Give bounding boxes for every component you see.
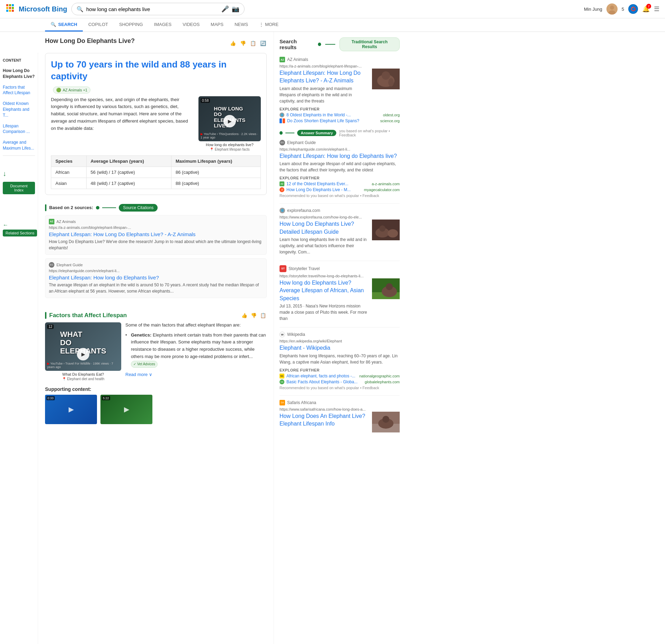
explore-link-text-1-1[interactable]: 8 Oldest Elephants in the World -... bbox=[286, 113, 381, 117]
lifespan-table: Species Average Lifespan (years) Maximum… bbox=[51, 155, 261, 189]
explore-link-5-1: NG African elephant, facts and photos -.… bbox=[280, 374, 400, 378]
svg-point-16 bbox=[388, 78, 394, 87]
search-input[interactable] bbox=[86, 6, 219, 12]
tab-search[interactable]: 🔍 SEARCH bbox=[45, 18, 83, 32]
bing-logo[interactable]: Microsoft Bing bbox=[6, 3, 67, 15]
read-more-button[interactable]: Read more ∨ bbox=[125, 372, 267, 377]
user-avatar[interactable] bbox=[606, 3, 618, 15]
result-text-3: How Long Do Elephants Live? Detailed Lif… bbox=[280, 220, 369, 255]
left-sidebar: Content How Long Do Elephants Live? Fact… bbox=[0, 53, 38, 644]
factors-copy[interactable]: 📋 bbox=[259, 312, 267, 319]
result-title-1[interactable]: Elephant Lifespan: How Long Do Elephants… bbox=[280, 69, 369, 85]
citations-label: Based on 2 sources: bbox=[49, 205, 93, 210]
supporting-content-section: Supporting content: 0:33 ▶ 5:22 ▶ bbox=[45, 386, 267, 424]
tab-news[interactable]: NEWS bbox=[229, 18, 254, 32]
svg-rect-8 bbox=[9, 10, 11, 12]
refresh-button[interactable]: 🔄 bbox=[259, 40, 267, 47]
result-title-4[interactable]: How long do Elephants Live? Average Life… bbox=[280, 279, 369, 302]
explore-further-label-2: EXPLORE FURTHER bbox=[280, 176, 400, 180]
search-bar[interactable]: 🔍 🎤 📷 bbox=[71, 3, 245, 15]
source-badge-az[interactable]: 🟢 AZ Animals +1 bbox=[53, 87, 90, 93]
result-source-2: EG Elephant Guide bbox=[280, 140, 400, 145]
more-dots-icon: ⋮ bbox=[259, 22, 264, 27]
answer-video-thumbnail[interactable]: 0:58 HOW LONGDOELEPHANTSLIVE? ▶ ▶ YouTub… bbox=[198, 96, 261, 141]
az-favicon-1: AZ bbox=[49, 219, 54, 224]
notifications-icon[interactable]: 🔔 2 bbox=[642, 5, 650, 13]
asian-average: 48 (wild) / 17 (captive) bbox=[86, 178, 171, 189]
supporting-thumb-image-2[interactable]: 5:22 ▶ bbox=[100, 395, 152, 424]
notification-badge: 2 bbox=[646, 4, 651, 9]
tab-maps[interactable]: MAPS bbox=[205, 18, 229, 32]
tab-more[interactable]: ⋮ MORE bbox=[254, 18, 284, 32]
camera-icon[interactable]: 📷 bbox=[232, 5, 239, 13]
sidebar-item-factors[interactable]: Factors that Affect Lifespan bbox=[3, 83, 35, 98]
result-title-2[interactable]: Elephant Lifespan: How long do Elephants… bbox=[280, 152, 400, 160]
video-duration: 0:58 bbox=[201, 98, 210, 103]
sidebar-arrow-icon: ↓ bbox=[3, 170, 35, 178]
source-citations-button[interactable]: Source Citations bbox=[119, 204, 158, 212]
citation-domain-1: AZ AZ Animals bbox=[49, 219, 263, 224]
doc-index-area: ↓ Document Index bbox=[3, 170, 35, 194]
eg-favicon-r2: EG bbox=[280, 140, 285, 145]
tab-shopping[interactable]: SHOPPING bbox=[114, 18, 149, 32]
svg-rect-6 bbox=[12, 7, 14, 9]
sidebar-content-title: Content bbox=[3, 58, 35, 62]
supporting-thumb-1[interactable]: 0:33 ▶ bbox=[45, 395, 97, 424]
result-url-5: https://en.wikipedia.org/wiki/Elephant bbox=[280, 339, 342, 343]
thumbs-up-button[interactable]: 👍 bbox=[229, 40, 237, 47]
result-content-4: How long do Elephants Live? Average Life… bbox=[280, 278, 400, 322]
traditional-results-button[interactable]: Traditional Search Results bbox=[339, 37, 400, 51]
factors-video-play[interactable]: ▶ bbox=[77, 348, 89, 360]
factors-actions: 👍 👎 📋 bbox=[241, 312, 267, 319]
answer-text: Depending on the species, sex, and origi… bbox=[51, 96, 193, 151]
copy-button[interactable]: 📋 bbox=[249, 40, 257, 47]
rewards-icon[interactable]: ⭕ bbox=[628, 4, 638, 14]
right-header-dot bbox=[318, 43, 321, 46]
sidebar-item-average[interactable]: Average and Maximum Lifes... bbox=[3, 138, 35, 153]
explore-link-text-5-2[interactable]: Basic Facts About Elephants - Globa... bbox=[286, 379, 363, 384]
sidebar-item-how-long[interactable]: How Long Do Elephants Live? bbox=[3, 66, 35, 81]
factor-desc-genetics: Elephants inherit certain traits from th… bbox=[131, 332, 266, 359]
tab-copilot[interactable]: COPILOT bbox=[83, 18, 114, 32]
explore-link-text-2-2[interactable]: How Long Do Elephants Live - M... bbox=[286, 187, 362, 192]
main-layout: Content How Long Do Elephants Live? Fact… bbox=[0, 32, 665, 644]
citation-link-1[interactable]: Elephant Lifespan: How Long Do Elephants… bbox=[49, 231, 263, 238]
tab-images[interactable]: IMAGES bbox=[149, 18, 177, 32]
sidebar-item-comparison[interactable]: Lifespan Comparison ... bbox=[3, 122, 35, 136]
wiki-favicon-r5: W bbox=[280, 332, 285, 337]
search-result-az-animals: AZ AZ Animals https://a-z-animals.com/bl… bbox=[280, 57, 400, 123]
factors-thumbs-down[interactable]: 👎 bbox=[250, 312, 257, 319]
result-title-5[interactable]: Elephant - Wikipedia bbox=[280, 344, 400, 352]
result-domain-3: explorefauna.com bbox=[287, 208, 320, 213]
factor-list: Genetics: Elephants inherit certain trai… bbox=[125, 330, 267, 369]
supporting-title: Supporting content: bbox=[45, 386, 267, 392]
svg-rect-3 bbox=[12, 4, 14, 6]
explore-link-text-1-2[interactable]: Do Zoos Shorten Elephant Life Spans? bbox=[287, 118, 378, 123]
citation-item-1: AZ AZ Animals https://a-z-animals.com/bl… bbox=[45, 215, 267, 255]
document-index-button[interactable]: Document Index bbox=[3, 182, 35, 194]
bing-logo-icon bbox=[6, 3, 17, 15]
sidebar-item-oldest[interactable]: Oldest Known Elephants and T... bbox=[3, 99, 35, 119]
factors-thumbs-up[interactable]: 👍 bbox=[241, 312, 248, 319]
video-play-button[interactable]: ▶ bbox=[223, 115, 236, 127]
thumbs-down-button[interactable]: 👎 bbox=[239, 40, 247, 47]
result-desc-2: Learn about the average lifespan of wild… bbox=[280, 161, 400, 173]
mic-icon[interactable]: 🎤 bbox=[221, 5, 229, 13]
supporting-thumb-2[interactable]: 5:22 ▶ bbox=[100, 395, 152, 424]
result-title-3[interactable]: How Long Do Elephants Live? Detailed Lif… bbox=[280, 220, 369, 236]
factors-video-thumbnail[interactable]: 12 WHATDOELEPHANTS ▶ ▶ YouTube › Travel … bbox=[45, 322, 121, 371]
thumb-duration-1: 0:33 bbox=[46, 396, 55, 400]
factors-intro: Some of the main factors that affect ele… bbox=[125, 322, 267, 328]
citation-link-2[interactable]: Elephant Lifespan: How long do Elephants… bbox=[49, 274, 263, 281]
explore-link-text-5-1[interactable]: African elephant, facts and photos -... bbox=[286, 374, 357, 378]
tab-videos[interactable]: VIDEOS bbox=[177, 18, 205, 32]
citations-connector-line bbox=[102, 207, 116, 208]
related-sections-label[interactable]: Related Sections bbox=[3, 230, 37, 236]
hamburger-menu-icon[interactable]: ☰ bbox=[654, 5, 659, 13]
factor-name-genetics: Genetics: bbox=[131, 332, 151, 338]
supporting-thumb-image-1[interactable]: 0:33 ▶ bbox=[45, 395, 97, 424]
answer-summary-dot bbox=[280, 131, 283, 135]
citation-domain-2: EG Elephant Guide bbox=[49, 262, 263, 268]
explore-link-text-2-1[interactable]: 12 of the Oldest Elephants Ever... bbox=[286, 181, 370, 186]
result-title-6[interactable]: How Long Does An Elephant Live? Elephant… bbox=[280, 412, 369, 428]
